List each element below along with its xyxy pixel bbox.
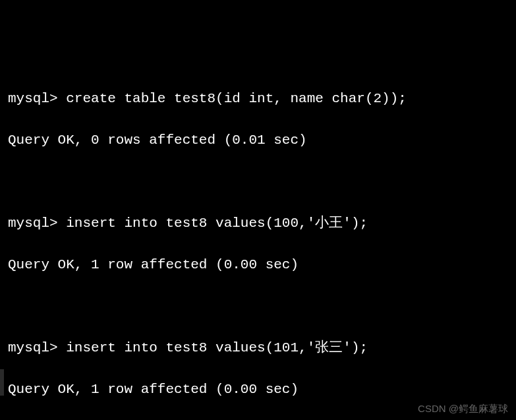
scrollbar-indicator xyxy=(0,369,4,396)
blank-line xyxy=(8,296,508,317)
terminal-line: mysql> create table test8(id int, name c… xyxy=(8,88,508,109)
query-result: Query OK, 1 row affected (0.00 sec) xyxy=(8,379,508,400)
sql-command: insert into test8 values(100,'小王'); xyxy=(66,216,368,231)
sql-command: insert into test8 values(101,'张三'); xyxy=(66,340,368,355)
mysql-prompt: mysql> xyxy=(8,91,66,106)
watermark-text: CSDN @鳄鱼麻薯球 xyxy=(418,402,508,417)
terminal-line: mysql> insert into test8 values(100,'小王'… xyxy=(8,213,508,234)
mysql-prompt: mysql> xyxy=(8,340,66,355)
query-result: Query OK, 0 rows affected (0.01 sec) xyxy=(8,130,508,151)
blank-line xyxy=(8,171,508,193)
mysql-prompt: mysql> xyxy=(8,216,66,231)
terminal-line: mysql> insert into test8 values(101,'张三'… xyxy=(8,338,508,359)
sql-command: create table test8(id int, name char(2))… xyxy=(66,91,407,106)
query-result: Query OK, 1 row affected (0.00 sec) xyxy=(8,255,508,276)
